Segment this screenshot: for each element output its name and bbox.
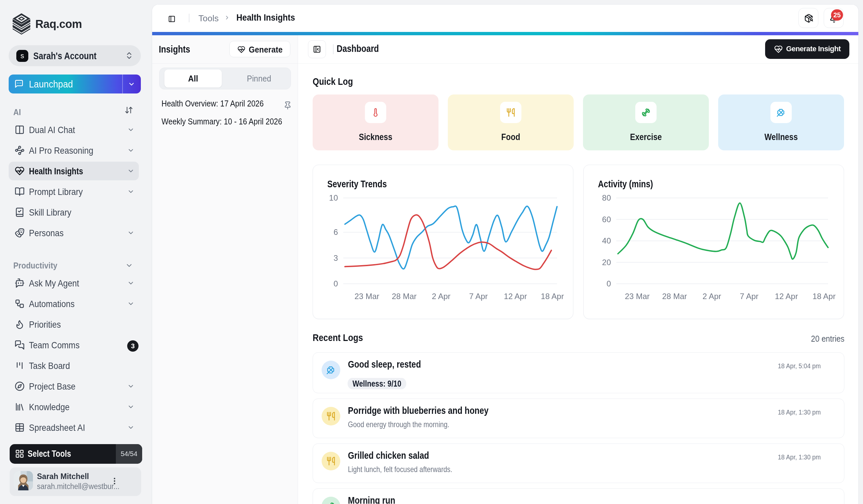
svg-text:40: 40 — [602, 236, 611, 245]
svg-text:10: 10 — [329, 193, 338, 202]
svg-text:18 Apr: 18 Apr — [541, 292, 564, 301]
svg-text:80: 80 — [602, 193, 611, 202]
svg-text:6: 6 — [334, 228, 338, 236]
svg-text:23 Mar: 23 Mar — [625, 292, 650, 301]
svg-text:23 Mar: 23 Mar — [354, 292, 379, 301]
svg-text:7 Apr: 7 Apr — [740, 292, 759, 301]
svg-text:28 Mar: 28 Mar — [392, 292, 417, 301]
svg-text:0: 0 — [606, 279, 611, 288]
svg-text:60: 60 — [602, 215, 611, 224]
svg-text:2 Apr: 2 Apr — [432, 292, 450, 301]
svg-text:7 Apr: 7 Apr — [469, 292, 488, 301]
svg-text:12 Apr: 12 Apr — [504, 292, 527, 301]
svg-text:20: 20 — [602, 258, 611, 267]
svg-text:12 Apr: 12 Apr — [775, 292, 798, 301]
svg-text:0: 0 — [334, 279, 338, 288]
svg-text:3: 3 — [334, 254, 338, 262]
svg-text:18 Apr: 18 Apr — [812, 292, 835, 301]
svg-text:2 Apr: 2 Apr — [702, 292, 721, 301]
svg-text:28 Mar: 28 Mar — [662, 292, 687, 301]
